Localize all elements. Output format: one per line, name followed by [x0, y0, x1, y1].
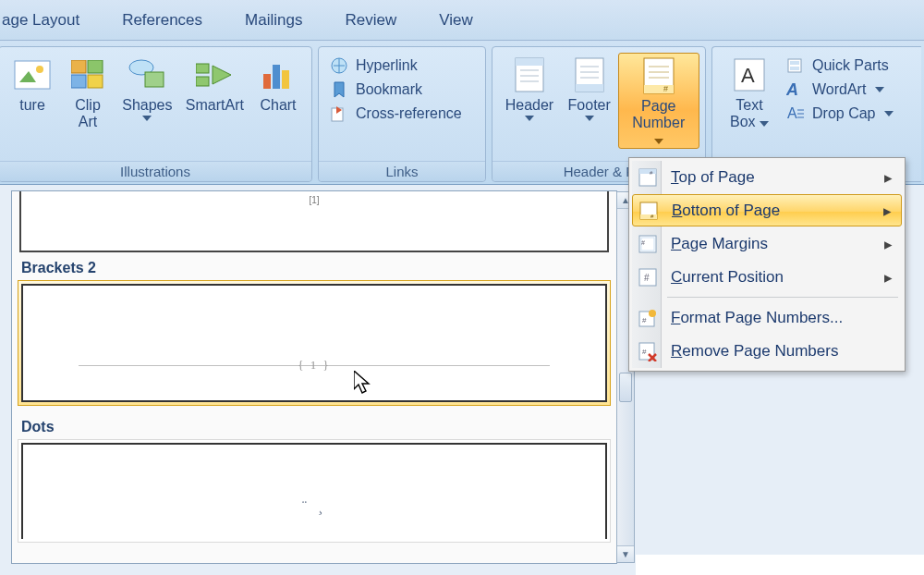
- footer-button[interactable]: Footer: [561, 53, 618, 121]
- menu-page-margins[interactable]: # Page Margins ▸: [632, 227, 902, 260]
- drop-cap-label: Drop Cap: [812, 105, 875, 122]
- gallery-previous-marker: [1]: [309, 195, 319, 205]
- bookmark-label: Bookmark: [356, 81, 422, 98]
- tab-mailings[interactable]: Mailings: [245, 11, 302, 30]
- svg-text:A: A: [741, 64, 755, 87]
- shapes-label: Shapes: [122, 97, 172, 114]
- quick-parts-button[interactable]: Quick Parts: [786, 56, 894, 75]
- svg-rect-41: [790, 61, 799, 65]
- chart-label: Chart: [260, 97, 296, 114]
- clip-art-button[interactable]: ClipArt: [60, 53, 116, 130]
- remove-page-numbers-icon: #: [638, 341, 658, 361]
- picture-label: ture: [19, 97, 45, 114]
- menu-bottom-of-page[interactable]: # Bottom of Page ▸: [632, 194, 902, 226]
- bookmark-button[interactable]: Bookmark: [330, 80, 462, 99]
- page-number-menu: # Top of Page ▸ # Bottom of Page ▸ # Pag…: [628, 157, 906, 372]
- cross-reference-icon: [330, 104, 348, 123]
- svg-text:#: #: [663, 84, 668, 93]
- smartart-icon: [196, 56, 233, 93]
- top-of-page-icon: #: [638, 167, 658, 188]
- svg-text:#: #: [642, 348, 647, 356]
- picture-icon: [14, 56, 51, 93]
- svg-text:#: #: [644, 273, 650, 283]
- svg-rect-11: [196, 77, 209, 86]
- shapes-icon: [128, 56, 165, 93]
- svg-marker-50: [354, 371, 369, 393]
- mouse-cursor-icon: [354, 371, 372, 395]
- menu-separator: [667, 297, 898, 298]
- smartart-button[interactable]: SmartArt: [179, 53, 250, 114]
- svg-rect-8: [145, 72, 164, 87]
- svg-point-63: [649, 310, 656, 317]
- scroll-down-button[interactable]: ▼: [617, 545, 634, 562]
- drop-cap-icon: A: [786, 104, 805, 123]
- svg-point-2: [36, 66, 43, 73]
- wordart-label: WordArt: [812, 81, 866, 98]
- quick-parts-label: Quick Parts: [812, 57, 889, 74]
- submenu-arrow-icon: ▸: [884, 267, 893, 287]
- format-page-numbers-icon: #: [638, 308, 658, 328]
- page-number-label: PageNumber: [626, 98, 691, 148]
- footer-icon: [571, 56, 608, 93]
- wordart-button[interactable]: A WordArt: [786, 80, 894, 99]
- scroll-thumb[interactable]: [619, 373, 632, 402]
- chart-button[interactable]: Chart: [250, 53, 306, 114]
- svg-marker-36: [654, 139, 663, 144]
- header-label: Header: [505, 97, 553, 114]
- shapes-button[interactable]: Shapes: [116, 53, 179, 121]
- menu-current-position[interactable]: # Current Position ▸: [632, 261, 902, 293]
- svg-marker-49: [884, 111, 894, 116]
- picture-button[interactable]: ture: [5, 53, 60, 114]
- cross-reference-label: Cross-reference: [356, 105, 462, 122]
- smartart-label: SmartArt: [186, 97, 244, 114]
- svg-marker-39: [760, 121, 769, 127]
- document-body: rd 2010 ordinate with the overall look o: [636, 555, 924, 575]
- svg-rect-3: [71, 60, 86, 73]
- wordart-icon: A: [786, 80, 805, 99]
- tab-page-layout[interactable]: age Layout: [2, 11, 79, 30]
- page-number-icon: #: [640, 57, 677, 94]
- bookmark-icon: [330, 80, 348, 99]
- group-links: Hyperlink Bookmark Cross-reference Links: [318, 46, 486, 182]
- tab-review[interactable]: Review: [345, 11, 396, 30]
- menu-format-page-numbers[interactable]: # Format Page Numbers...: [632, 301, 902, 334]
- svg-rect-42: [790, 67, 799, 70]
- svg-rect-0: [15, 61, 50, 89]
- chevron-down-icon: [585, 116, 594, 121]
- gallery-previous-item[interactable]: [1]: [19, 191, 609, 252]
- drop-cap-button[interactable]: A Drop Cap: [786, 104, 894, 123]
- hyperlink-label: Hyperlink: [356, 57, 418, 74]
- menu-top-of-page[interactable]: # Top of Page ▸: [632, 161, 902, 193]
- svg-rect-55: [640, 214, 657, 219]
- svg-rect-52: [639, 169, 656, 174]
- header-button[interactable]: Header: [498, 53, 561, 121]
- submenu-arrow-icon: ▸: [883, 201, 892, 220]
- svg-marker-29: [585, 116, 594, 121]
- text-box-icon: A: [731, 56, 768, 93]
- svg-rect-13: [263, 74, 271, 89]
- hyperlink-button[interactable]: Hyperlink: [330, 56, 462, 75]
- svg-marker-44: [875, 87, 884, 92]
- svg-rect-15: [282, 70, 289, 89]
- group-title-illustrations: Illustrations: [0, 161, 311, 181]
- bottom-of-page-icon: #: [638, 201, 659, 221]
- svg-text:A: A: [787, 105, 797, 121]
- tab-references[interactable]: References: [122, 11, 202, 30]
- header-icon: [511, 56, 548, 93]
- chevron-down-icon: [142, 116, 152, 121]
- clip-art-icon: [69, 56, 106, 93]
- page-number-gallery: [1] Brackets 2 { 1 } Dots ¨ ¸ ▲ ▼: [11, 190, 617, 564]
- cross-reference-button[interactable]: Cross-reference: [330, 104, 462, 123]
- gallery-title-brackets2: Brackets 2: [12, 252, 616, 280]
- gallery-item-brackets2[interactable]: { 1 }: [18, 280, 611, 406]
- chevron-down-icon: [525, 116, 534, 121]
- submenu-arrow-icon: ▸: [884, 234, 893, 253]
- svg-rect-25: [576, 84, 603, 92]
- menu-remove-page-numbers[interactable]: # Remove Page Numbers: [632, 335, 902, 367]
- text-box-button[interactable]: A TextBox: [722, 53, 777, 130]
- gallery-item-dots[interactable]: ¨ ¸: [18, 439, 611, 543]
- group-illustrations: ture ClipArt Shapes SmartArt: [0, 46, 312, 182]
- page-number-button[interactable]: # PageNumber: [618, 53, 699, 149]
- tab-view[interactable]: View: [439, 11, 473, 30]
- svg-marker-9: [142, 116, 152, 121]
